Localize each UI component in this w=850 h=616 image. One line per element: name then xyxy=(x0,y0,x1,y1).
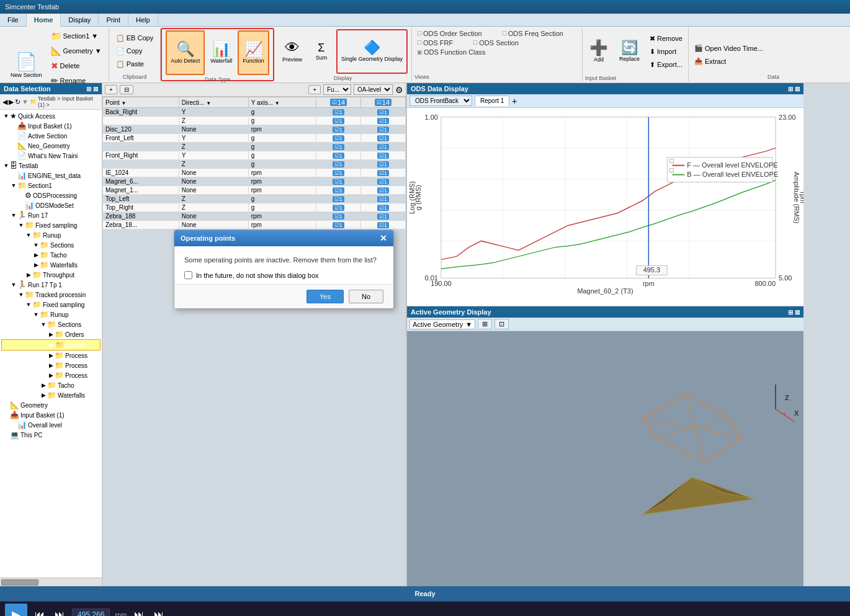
operating-points-dialog: Operating points ✕ Some operating points… xyxy=(174,230,394,309)
dont-show-label[interactable]: In the future, do not show this dialog b… xyxy=(196,272,319,279)
dialog-body: Some operating points are inactive. Remo… xyxy=(174,246,393,284)
yes-button[interactable]: Yes xyxy=(306,290,344,303)
dialog-overlay: Operating points ✕ Some operating points… xyxy=(0,0,850,616)
dont-show-checkbox[interactable] xyxy=(184,271,192,279)
dialog-footer: Yes No xyxy=(174,284,393,308)
dialog-message: Some operating points are inactive. Remo… xyxy=(184,256,383,264)
dialog-checkbox-row: In the future, do not show this dialog b… xyxy=(184,271,383,279)
dialog-title-bar: Operating points ✕ xyxy=(174,230,393,246)
dialog-close-button[interactable]: ✕ xyxy=(380,233,387,243)
no-button[interactable]: No xyxy=(349,290,383,303)
